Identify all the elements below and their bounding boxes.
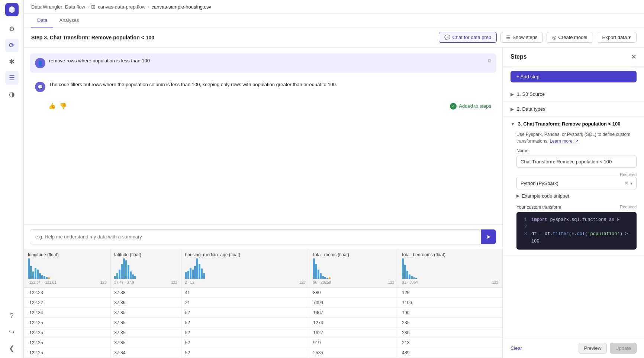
- user-message-text: remove rows where population is less tha…: [49, 58, 150, 64]
- breadcrumb-sep2: ›: [148, 4, 149, 10]
- bar: [134, 276, 136, 279]
- chat-panel: 👤 remove rows where population is less t…: [24, 48, 503, 358]
- steps-icon: ☰: [506, 35, 511, 40]
- thumbs-down-icon[interactable]: 👎: [59, 102, 67, 110]
- chat-input[interactable]: [30, 230, 481, 243]
- col-histogram-latitude: [114, 257, 177, 280]
- create-model-button[interactable]: ◎ Create model: [547, 32, 593, 43]
- bar: [324, 277, 326, 279]
- step-header-2[interactable]: ▶ 2. Data types: [503, 102, 644, 116]
- chat-icon: 💬: [444, 35, 450, 40]
- table-row: -122.25 37.85 52 919 213: [24, 338, 502, 348]
- bar-highlight: [48, 277, 50, 279]
- bar: [123, 258, 125, 279]
- step-header-3[interactable]: ▼ 3. Chat Transform: Remove population <…: [503, 117, 644, 131]
- col-range-rooms: 96 - 28258 123: [313, 280, 394, 284]
- sidebar-icon-flow[interactable]: ⟳: [5, 39, 19, 52]
- close-steps-button[interactable]: ✕: [631, 53, 637, 61]
- toolbar-title: Step 3. Chat Transform: Remove populatio…: [31, 35, 435, 40]
- step-item-1: ▶ 1. S3 Source: [503, 87, 644, 102]
- col-histogram-age: [185, 257, 306, 280]
- code-block[interactable]: 1 import pyspark.sql.functions as F 2 3 …: [516, 212, 637, 250]
- tab-analyses[interactable]: Analyses: [53, 14, 85, 27]
- code-snippet-header[interactable]: ▶ Example code snippet: [516, 189, 637, 201]
- lang-select[interactable]: Python (PySpark) ✕ ▾: [516, 177, 637, 189]
- steps-panel: Steps ✕ + Add step ▶ 1. S3 Source ▶ 2. D…: [503, 48, 644, 358]
- sidebar-icon-export[interactable]: ↪: [5, 325, 19, 339]
- sidebar-icon-help[interactable]: ?: [5, 309, 19, 322]
- bar: [415, 278, 417, 279]
- breadcrumb-part1: Data Wrangler: Data flow: [31, 4, 85, 10]
- breadcrumb-part2[interactable]: canvas-data-prep.flow: [98, 4, 145, 10]
- step-label-3: 3. Chat Transform: Remove population < 1…: [518, 121, 621, 127]
- sidebar-icon-list[interactable]: ☰: [5, 71, 19, 85]
- bar: [121, 264, 123, 279]
- sidebar-icon-asterisk[interactable]: ✱: [5, 55, 19, 68]
- table-row: -122.24 37.85 52 1467 190: [24, 308, 502, 318]
- bar: [187, 271, 189, 279]
- thumbs-up-icon[interactable]: 👍: [48, 102, 56, 110]
- col-header-total-rooms: total_rooms (float): [309, 249, 398, 288]
- steps-footer: Clear Preview Update: [503, 338, 644, 358]
- col-range-age: 2 - 52 123: [185, 280, 306, 284]
- table-row: -122.25 37.85 52 1274 235: [24, 318, 502, 328]
- col-header-latitude: latitude (float): [110, 249, 181, 288]
- bar: [125, 260, 127, 279]
- steps-title: Steps: [511, 53, 527, 60]
- add-step-button[interactable]: + Add step: [511, 71, 637, 82]
- code-snippet-arrow-icon: ▶: [516, 193, 519, 198]
- bar: [313, 258, 315, 279]
- bar: [413, 277, 415, 279]
- bar: [119, 270, 120, 279]
- user-message-bubble: 👤 remove rows where population is less t…: [30, 53, 496, 73]
- steps-header: Steps ✕: [503, 48, 644, 66]
- tab-data[interactable]: Data: [31, 14, 53, 27]
- code-line-3: 3 df = df.filter(F.col('population') >= …: [521, 231, 632, 245]
- bar: [44, 276, 45, 279]
- bar: [194, 266, 196, 279]
- chat-feedback-row: 👍 👎 ✓ Added to steps: [30, 101, 496, 113]
- chat-for-data-prep-button[interactable]: 💬 Chat for data prep: [439, 32, 497, 43]
- bar: [46, 277, 48, 279]
- bar: [30, 266, 32, 279]
- chat-input-area: ➤: [24, 224, 502, 249]
- step-item-2: ▶ 2. Data types: [503, 102, 644, 117]
- show-steps-button[interactable]: ☰ Show steps: [500, 32, 543, 43]
- learn-more-link[interactable]: Learn more. ↗: [550, 139, 579, 144]
- copy-icon[interactable]: ⧉: [488, 58, 491, 64]
- clear-button[interactable]: Clear: [511, 345, 522, 351]
- col-header-housing-median-age: housing_median_age (float): [181, 249, 309, 288]
- step-header-1[interactable]: ▶ 1. S3 Source: [503, 87, 644, 101]
- bar: [41, 275, 43, 279]
- export-data-button[interactable]: Export data ▾: [597, 32, 637, 43]
- bar: [201, 268, 203, 279]
- user-avatar: 👤: [35, 58, 45, 68]
- data-table: longitude (float): [24, 249, 502, 358]
- bar: [409, 274, 410, 279]
- toolbar: Step 3. Chat Transform: Remove populatio…: [24, 27, 644, 48]
- model-icon: ◎: [552, 35, 556, 40]
- sidebar-icon-collapse[interactable]: ❮: [5, 342, 19, 355]
- sidebar-icon-settings[interactable]: ⚙: [5, 22, 19, 36]
- data-table-section: longitude (float): [24, 249, 502, 358]
- col-header-longitude: longitude (float): [24, 249, 110, 288]
- check-icon: ✓: [450, 103, 457, 110]
- bar: [411, 276, 413, 279]
- content-area: 👤 remove rows where population is less t…: [24, 48, 644, 358]
- chat-messages: 👤 remove rows where population is less t…: [24, 48, 502, 224]
- breadcrumb-sep1: ›: [87, 4, 89, 10]
- step-label-1: 1. S3 Source: [517, 91, 545, 97]
- lang-clear-icon[interactable]: ✕: [624, 180, 629, 186]
- update-button[interactable]: Update: [610, 343, 637, 354]
- tab-bar: Data Analyses: [24, 14, 644, 27]
- name-input[interactable]: [516, 156, 637, 168]
- sidebar-icon-toggle[interactable]: ◑: [5, 88, 19, 101]
- bar: [116, 273, 118, 279]
- col-range-latitude: 37.47 - 37.9 123: [114, 280, 177, 284]
- bar: [404, 265, 406, 279]
- bar: [130, 271, 132, 279]
- preview-button[interactable]: Preview: [579, 343, 607, 354]
- chat-send-button[interactable]: ➤: [481, 230, 496, 244]
- breadcrumb-part3: canvas-sample-housing.csv: [152, 4, 211, 10]
- bar: [322, 276, 324, 279]
